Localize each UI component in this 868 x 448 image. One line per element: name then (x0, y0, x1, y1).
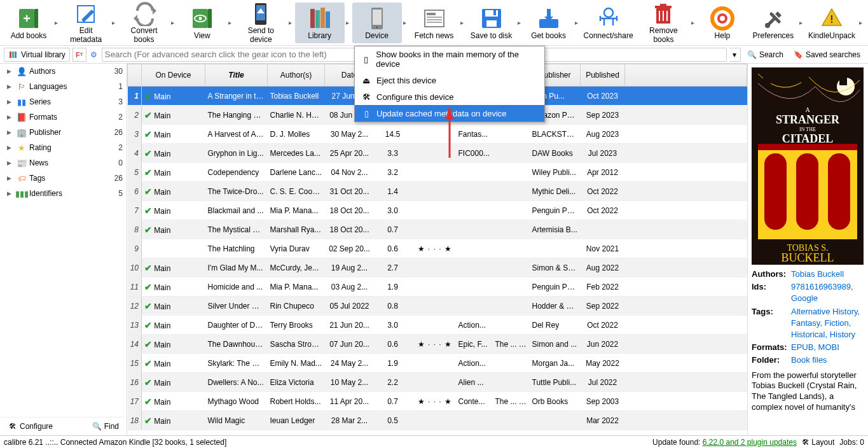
check-icon: ✔ (144, 358, 152, 368)
svg-rect-21 (427, 13, 436, 15)
sidebar-item-identifiers[interactable]: ▶▮▮▮Identifiers5 (0, 186, 127, 201)
save-to-disk-dropdown[interactable]: ▸ (516, 19, 523, 26)
convert-books-dropdown[interactable]: ▸ (170, 19, 176, 26)
col-num[interactable] (128, 64, 142, 87)
table-row[interactable]: 13✔ MainDaughter of Da...Terry Brooks21 … (128, 316, 747, 335)
get-books-dropdown[interactable]: ▸ (574, 19, 580, 26)
svg-point-9 (198, 17, 202, 20)
col-published[interactable]: Published (581, 64, 625, 87)
sidebar-item-news[interactable]: ▶📰News0 (0, 155, 127, 171)
remove-books-button[interactable]: Remove books (637, 3, 691, 43)
view-button[interactable]: View (177, 3, 227, 43)
svg-rect-52 (828, 153, 850, 230)
device-menu-item[interactable]: ▯Show books in the main memory of the de… (355, 46, 544, 72)
preferences-button[interactable]: Preferences (748, 3, 798, 43)
col-title[interactable]: Title (205, 64, 268, 87)
table-row[interactable]: 3✔ MainA Harvest of As...D. J. Molles30 … (128, 125, 747, 144)
virtual-library-button[interactable]: Virtual library (4, 48, 70, 62)
gear-icon[interactable]: ⚙ (89, 50, 99, 60)
table-row[interactable]: 6✔ MainThe Twice-Dro...C. S. E. Cooney31… (128, 182, 747, 201)
fetch-news-button[interactable]: Fetch news (410, 3, 459, 43)
send-to-device-button[interactable]: Send to device (235, 3, 287, 43)
formats-link[interactable]: EPUB, MOBI (791, 342, 839, 353)
table-row[interactable]: 14✔ MainThe DawnhoundsSascha Stron...07 … (128, 335, 747, 354)
configure-button[interactable]: 🛠 Configure (4, 420, 57, 433)
send-to-device-dropdown[interactable]: ▸ (287, 19, 294, 26)
device-button[interactable]: Device (352, 3, 402, 43)
table-row[interactable]: 9The HatchlingVyria Durav02 Sep 20...0.6… (128, 239, 747, 258)
chevron-right-icon: ▶ (4, 158, 14, 168)
search-button[interactable]: 🔍 Search (743, 48, 787, 61)
saved-searches-button[interactable]: 🔖 Saved searches (790, 48, 864, 61)
help-button[interactable]: Help (698, 3, 747, 43)
search-icon: 🔍 (92, 421, 102, 431)
author-link[interactable]: Tobias Buckell (791, 269, 844, 280)
table-row[interactable]: 16✔ MainDwellers: A No...Eliza Victoria1… (128, 373, 747, 392)
update-link[interactable]: 6.22.0 and 2 plugin updates (703, 438, 797, 447)
ids-link[interactable]: 9781616963989, Google (791, 281, 864, 304)
kindleunpack-dropdown[interactable]: ▸ (858, 19, 864, 26)
col-author-s-[interactable]: Author(s) (268, 64, 325, 87)
connect-share-button[interactable]: Connect/share (581, 3, 636, 43)
id-icon: ▮▮▮ (17, 188, 27, 199)
fetch-news-dropdown[interactable]: ▸ (459, 19, 465, 26)
find-button[interactable]: 🔍 Find (88, 420, 123, 433)
device-menu-item[interactable]: ⏏Eject this device (355, 72, 544, 88)
device-menu-item[interactable]: 🛠Configure this device (355, 88, 544, 105)
svg-rect-54 (763, 73, 771, 85)
book-cover[interactable]: A STRANGER IN THE CITADEL TOBIAS S. BUCK… (752, 67, 864, 265)
table-row[interactable]: 11✔ MainHomicide and ...Mia P. Mana...03… (128, 277, 747, 297)
device-dropdown[interactable]: ▸ (402, 19, 408, 26)
edit-metadata-button[interactable]: Edit metadata (61, 3, 111, 43)
save-to-disk-button[interactable]: Save to disk (467, 3, 516, 43)
remove-books-dropdown[interactable]: ▸ (690, 19, 696, 26)
save-to-disk-icon (479, 6, 504, 31)
col-on-device[interactable]: On Device (142, 64, 205, 87)
chevron-right-icon: ▶ (4, 81, 14, 92)
sidebar-item-formats[interactable]: ▶📕Formats2 (0, 109, 127, 125)
kindleunpack-button[interactable]: !KindleUnpack (806, 3, 858, 43)
get-books-button[interactable]: Get books (524, 3, 574, 43)
svg-rect-31 (547, 9, 551, 17)
table-row[interactable]: 5✔ MainCodependencyDarlene Lanc...04 Nov… (128, 163, 747, 182)
view-dropdown[interactable]: ▸ (227, 19, 233, 26)
library-button[interactable]: Library (295, 3, 345, 43)
table-row[interactable]: 12✔ MainSilver Under Ni...Rin Chupeco05 … (128, 297, 747, 316)
folder-link[interactable]: Book files (791, 354, 827, 366)
check-icon: ✔ (144, 186, 152, 197)
sidebar-item-tags[interactable]: ▶🏷Tags26 (0, 171, 127, 186)
table-row[interactable]: 10✔ MainI'm Glad My M...McCurdy, Je...19… (128, 258, 747, 277)
sidebar-item-rating[interactable]: ▶★Rating2 (0, 140, 127, 155)
convert-books-button[interactable]: Convert books (118, 3, 170, 43)
add-books-dropdown[interactable]: ▸ (53, 19, 60, 26)
table-row[interactable]: 18✔ MainWild MagicIeuan Ledger28 Mar 2..… (128, 411, 747, 430)
edit-metadata-dropdown[interactable]: ▸ (111, 19, 117, 26)
add-books-button[interactable]: +Add books (4, 3, 53, 43)
table-row[interactable]: 17✔ MainMythago WoodRobert Holds...11 Ap… (128, 392, 747, 411)
svg-rect-58 (839, 73, 847, 85)
svg-text:CITADEL: CITADEL (782, 132, 834, 145)
check-icon: ✔ (144, 129, 152, 139)
jobs-indicator[interactable]: Jobs: 0 (839, 438, 864, 447)
fulltext-icon[interactable]: FT (72, 48, 86, 62)
sidebar-item-series[interactable]: ▶▮▮Series3 (0, 94, 127, 109)
table-row[interactable]: 15✔ MainSkylark: The Dr...Emily N. Mad..… (128, 354, 747, 373)
table-row[interactable]: 8✔ MainThe Mystical M...Marshall Rya...1… (128, 220, 747, 239)
svg-point-41 (765, 23, 770, 28)
cover-art: A STRANGER IN THE CITADEL TOBIAS S. BUCK… (752, 67, 864, 265)
sidebar-item-languages[interactable]: ▶🏳Languages1 (0, 79, 127, 94)
device-menu-item[interactable]: ▯Update cached metadata on device (355, 105, 544, 122)
sidebar-item-publisher[interactable]: ▶🏢Publisher26 (0, 125, 127, 140)
sidebar-item-authors[interactable]: ▶👤Authors30 (0, 64, 127, 79)
tags-link[interactable]: Alternative History, Fantasy, Fiction, H… (791, 306, 864, 341)
saved-icon: 🔖 (794, 50, 804, 60)
search-history-dd[interactable]: ▾ (729, 48, 741, 62)
tag-browser: ▶👤Authors30▶🏳Languages1▶▮▮Series3▶📕Forma… (0, 64, 127, 435)
table-row[interactable]: 7✔ MainBlackmail and ...Mia P. Mana...18… (128, 201, 747, 220)
table-row[interactable]: 4✔ MainGryphon in Lig...Mercedes La...25… (128, 144, 747, 163)
library-dropdown[interactable]: ▸ (345, 19, 351, 26)
layout-button[interactable]: 🛠 Layout (802, 438, 834, 447)
svg-rect-50 (764, 153, 787, 230)
preferences-dropdown[interactable]: ▸ (798, 19, 804, 26)
check-icon: ✔ (144, 301, 152, 311)
